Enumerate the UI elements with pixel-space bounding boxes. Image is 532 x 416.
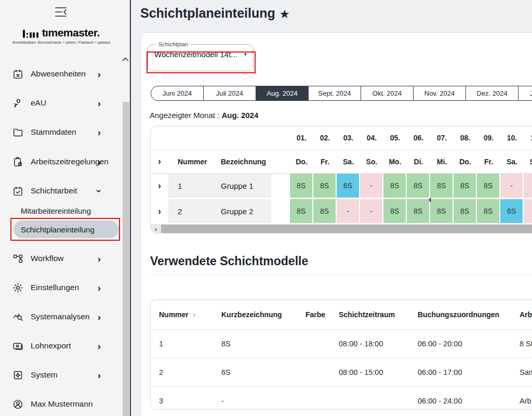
model-row-3: 3 - 06:00 - 24:00 Arb — [151, 386, 532, 410]
col-schichtzeitraum[interactable]: Schichtzeitraum — [339, 310, 418, 319]
shift-cell[interactable]: - — [360, 174, 383, 198]
col-kurzbezeichnung[interactable]: Kurzbezeichnung — [221, 310, 305, 319]
chevron-right-icon: › — [98, 370, 101, 380]
chevron-right-icon: › — [98, 127, 101, 137]
sidebar-subitem-schichtplaneinteilung[interactable]: Schichtplaneinteilung — [14, 220, 118, 238]
collapse-menu-icon[interactable] — [52, 5, 70, 19]
column-headers-row: › Nummer Bezeichnung Do.Fr.Sa.So.Mo.Di.M… — [151, 150, 532, 174]
shift-cell[interactable]: 8S — [454, 199, 477, 223]
shift-cell[interactable]: - — [524, 174, 532, 198]
banknote-icon — [12, 341, 23, 352]
col-header-nummer: Nummer — [168, 158, 213, 166]
chart-magnifier-icon — [12, 311, 23, 322]
chevron-right-icon: › — [98, 69, 101, 79]
shift-cell[interactable]: 8S — [290, 174, 313, 198]
table-row-gruppe-1: › 1 Gruppe 1 8S 8S 6S - 8S 8S 8S 8S 8S -… — [151, 174, 532, 198]
sidebar-item-eau[interactable]: eAU › — [0, 94, 122, 112]
schichtplan-select[interactable]: Schichtplan Wochenzeitmodell 14t... ▾ — [148, 41, 254, 71]
shift-cell[interactable]: 8S — [477, 174, 500, 198]
model-row-1: 1 8S 08:00 - 18:00 06:00 - 20:00 8 St — [151, 329, 532, 358]
sidebar-item-arbeitszeitregelungen[interactable]: Arbeitszeitregelungen › — [0, 153, 122, 171]
sidebar-item-abwesenheiten[interactable]: Abwesenheiten › — [0, 65, 122, 83]
shift-cell[interactable]: - — [337, 199, 360, 223]
chevron-right-icon: › — [98, 157, 101, 167]
clipboard-clock-icon — [12, 157, 23, 167]
select-label: Schichtplan — [156, 41, 190, 47]
tab-aug-2024[interactable]: Aug. 2024 — [256, 86, 309, 100]
shift-cell[interactable]: 8S — [454, 174, 477, 198]
sidebar-subitem-mitarbeitereinteilung[interactable]: Mitarbeitereinteilung — [21, 203, 91, 218]
scroll-up-icon[interactable] — [122, 57, 129, 64]
shift-cell[interactable]: 8S — [477, 199, 500, 223]
horizontal-scrollbar-thumb[interactable] — [161, 225, 532, 233]
expand-all-icon[interactable]: › — [151, 156, 168, 167]
sidebar-user[interactable]: Max Mustermann — [0, 395, 122, 413]
timemaster-logo-icon — [23, 30, 38, 38]
tab-dez-2024[interactable]: Dez. 2024 — [466, 86, 518, 100]
system-gear-icon — [12, 370, 23, 381]
scroll-left-icon[interactable]: ‹ — [151, 225, 161, 233]
folder-icon — [12, 127, 23, 138]
sidebar-item-systemanalysen[interactable]: Systemanalysen › — [0, 308, 122, 326]
expand-row-icon[interactable]: › — [151, 174, 168, 198]
table-row-gruppe-2: › 2 Gruppe 2 8S 8S - - 8S 8S 8S 8S 8S 6S… — [151, 199, 532, 223]
day-numbers-row: 01.02.03.04.05.06.07.08.09.10.11. — [151, 126, 532, 150]
person-document-icon — [12, 98, 23, 109]
sort-asc-icon: ↑ — [193, 311, 196, 319]
section-heading-schichtmodelle: Verwendete Schichtmodelle — [150, 254, 308, 268]
calendar-x-icon — [12, 69, 23, 80]
page-title: Schichtplaneinteilung★ — [140, 6, 289, 21]
col-arbeitszeit[interactable]: Arb — [520, 310, 532, 319]
chevron-right-icon: › — [98, 312, 101, 322]
shift-cell[interactable]: 8S — [383, 199, 407, 223]
shift-cell[interactable]: 8S — [290, 199, 313, 223]
user-circle-icon — [12, 399, 23, 410]
chevron-right-icon: › — [98, 254, 101, 264]
shift-cell[interactable]: 8S — [383, 174, 407, 198]
tab-nov-2024[interactable]: Nov. 2024 — [414, 86, 466, 100]
sidebar-item-lohnexport[interactable]: Lohnexport › — [0, 337, 122, 355]
shift-cell[interactable]: - — [360, 199, 383, 223]
select-value: Wochenzeitmodell 14t... — [154, 50, 237, 59]
col-farbe[interactable]: Farbe — [305, 310, 339, 319]
models-header-row: Nummer↑ Kurzbezeichnung Farbe Schichtzei… — [151, 300, 532, 329]
caret-down-icon: ▾ — [244, 51, 247, 58]
sidebar-scrollbar[interactable] — [123, 102, 129, 416]
tab-jan-2025[interactable]: Jan. 2025 — [518, 86, 532, 100]
gear-icon — [12, 282, 23, 293]
shift-cell[interactable]: 8S — [313, 174, 337, 198]
sidebar: tımemaster. Anmeldedaten: Benutzername =… — [0, 0, 131, 416]
tab-okt-2024[interactable]: Okt. 2024 — [361, 86, 414, 100]
expand-row-icon[interactable]: › — [151, 199, 168, 223]
favorite-star-icon[interactable]: ★ — [280, 8, 289, 20]
shift-cell[interactable]: - — [524, 199, 532, 223]
chevron-right-icon: › — [98, 283, 101, 293]
sidebar-item-system[interactable]: System › — [0, 366, 122, 384]
shift-models-table: Nummer↑ Kurzbezeichnung Farbe Schichtzei… — [150, 300, 532, 410]
collapse-columns-icon[interactable]: ‹ — [421, 174, 440, 224]
shift-cell[interactable]: 6S — [500, 199, 524, 223]
month-tabbar: Juni 2024 Juli 2024 Aug. 2024 Sept. 2024… — [151, 86, 532, 101]
col-header-bezeichnung: Bezeichnung — [213, 158, 290, 166]
app-logo: tımemaster. Anmeldedaten: Benutzername =… — [0, 27, 123, 44]
sidebar-item-einstellungen[interactable]: Einstellungen › — [0, 279, 122, 296]
shift-cell[interactable]: - — [500, 174, 524, 198]
tab-juli-2024[interactable]: Juli 2024 — [204, 86, 256, 100]
login-credentials-caption: Anmeldedaten: Benutzername = admin / Pas… — [0, 41, 123, 44]
sidebar-item-stammdaten[interactable]: Stammdaten › — [0, 123, 122, 141]
col-nummer[interactable]: Nummer↑ — [159, 310, 221, 319]
shift-cell[interactable]: 8S — [313, 199, 337, 223]
shift-plan-table: 01.02.03.04.05.06.07.08.09.10.11. › Numm… — [150, 126, 532, 233]
sidebar-item-schichtarbeit[interactable]: Schichtarbeit › — [0, 182, 122, 200]
sidebar-item-workflow[interactable]: Workflow › — [0, 250, 122, 267]
calendar-check-icon — [12, 186, 23, 197]
section-divider — [150, 275, 532, 275]
model-row-2: 2 6S 08:00 - 15:00 06:00 - 17:00 Sam — [151, 358, 532, 386]
shift-cell[interactable]: 6S — [337, 174, 360, 198]
tab-sept-2024[interactable]: Sept. 2024 — [309, 86, 361, 100]
col-buchungszuordnungen[interactable]: Buchungszuordnungen — [418, 310, 520, 319]
chevron-right-icon: › — [98, 341, 101, 351]
displayed-month-note: Angezeigter Monat : Aug. 2024 — [150, 111, 258, 120]
workflow-icon — [12, 253, 23, 264]
tab-juni-2024[interactable]: Juni 2024 — [151, 86, 204, 100]
